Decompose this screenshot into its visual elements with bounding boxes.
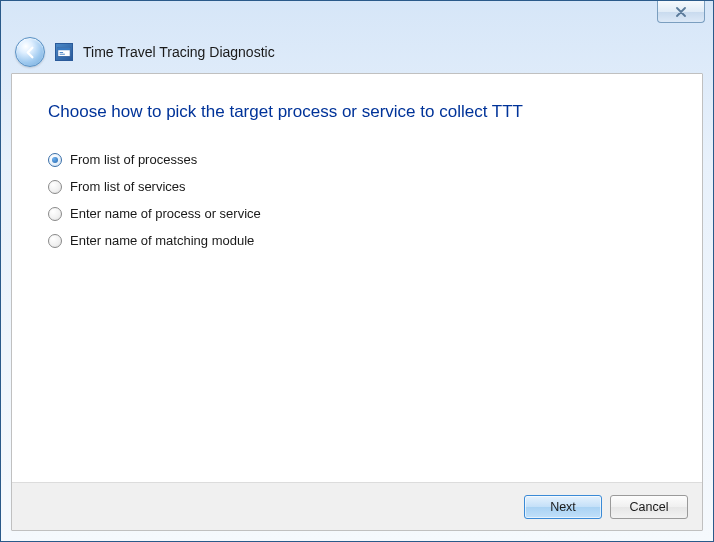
cancel-button[interactable]: Cancel bbox=[610, 495, 688, 519]
app-icon bbox=[55, 43, 73, 61]
radio-from-services[interactable]: From list of services bbox=[48, 179, 666, 194]
content-panel: Choose how to pick the target process or… bbox=[11, 73, 703, 531]
wizard-window: Time Travel Tracing Diagnostic Choose ho… bbox=[0, 0, 714, 542]
radio-enter-process-name[interactable]: Enter name of process or service bbox=[48, 206, 666, 221]
radio-label: From list of processes bbox=[70, 152, 197, 167]
radio-icon bbox=[48, 180, 62, 194]
svg-rect-3 bbox=[60, 54, 65, 55]
radio-icon bbox=[48, 207, 62, 221]
bottom-spacer bbox=[1, 531, 713, 541]
back-arrow-icon bbox=[23, 45, 38, 60]
main-content: Choose how to pick the target process or… bbox=[12, 74, 702, 482]
app-title: Time Travel Tracing Diagnostic bbox=[83, 44, 275, 60]
radio-group: From list of processes From list of serv… bbox=[48, 152, 666, 248]
radio-label: From list of services bbox=[70, 179, 186, 194]
back-button[interactable] bbox=[15, 37, 45, 67]
radio-from-processes[interactable]: From list of processes bbox=[48, 152, 666, 167]
radio-icon bbox=[48, 234, 62, 248]
svg-rect-1 bbox=[58, 48, 70, 51]
button-row: Next Cancel bbox=[12, 482, 702, 530]
radio-label: Enter name of matching module bbox=[70, 233, 254, 248]
svg-rect-2 bbox=[60, 52, 64, 53]
radio-enter-module-name[interactable]: Enter name of matching module bbox=[48, 233, 666, 248]
radio-icon bbox=[48, 153, 62, 167]
header-row: Time Travel Tracing Diagnostic bbox=[1, 31, 713, 73]
close-icon bbox=[675, 7, 687, 17]
radio-label: Enter name of process or service bbox=[70, 206, 261, 221]
titlebar bbox=[1, 1, 713, 31]
page-heading: Choose how to pick the target process or… bbox=[48, 102, 666, 122]
close-button[interactable] bbox=[657, 1, 705, 23]
next-button[interactable]: Next bbox=[524, 495, 602, 519]
